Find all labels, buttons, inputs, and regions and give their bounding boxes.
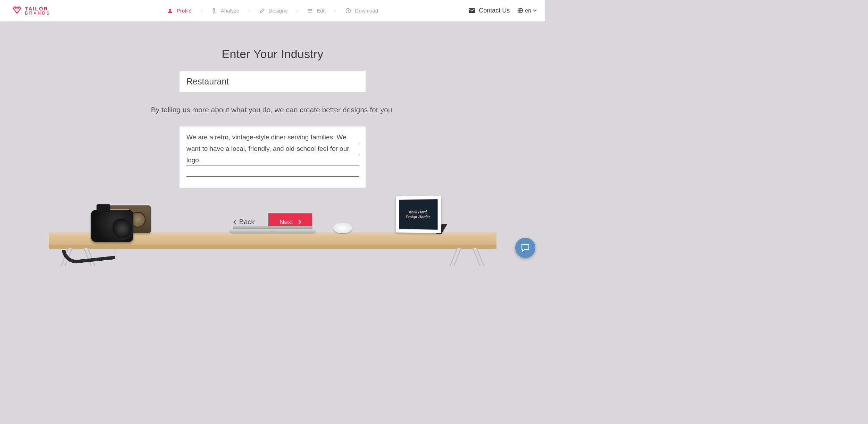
main-content: Enter Your Industry By telling us more a… [0,22,545,266]
back-label: Back [239,218,254,226]
picture-frame-prop: Work Hard. Design Harder. [396,196,441,233]
brand-name-line2: BRANDS [25,11,51,15]
header: TAILOR BRANDS Profile › Analyze › Design… [0,0,545,22]
next-label: Next [279,218,293,226]
pencil-icon [259,8,265,14]
step-label: Download [355,8,378,14]
contact-label: Contact Us [479,7,510,14]
download-icon [345,8,351,14]
nav-buttons: Back Next [233,213,312,230]
envelope-icon [468,8,475,14]
user-icon [167,8,173,14]
step-designs[interactable]: Designs [259,8,287,14]
step-label: Designs [269,8,287,14]
step-profile[interactable]: Profile [167,8,192,14]
chat-icon [520,243,530,253]
next-button[interactable]: Next [268,213,312,230]
language-code: en [525,8,531,14]
chevron-right-icon: › [248,8,250,13]
camera-prop [91,210,133,242]
step-download[interactable]: Download [345,8,378,14]
radio-prop [99,205,151,233]
step-label: Profile [177,8,192,14]
step-label: Edit [317,8,326,14]
language-selector[interactable]: en [517,8,537,14]
back-button[interactable]: Back [233,218,254,226]
svg-point-0 [169,9,171,11]
step-analyze[interactable]: Analyze [211,8,239,14]
step-edit[interactable]: Edit [307,8,326,14]
header-right: Contact Us en [468,7,537,14]
industry-input[interactable] [180,71,366,92]
help-chat-button[interactable] [515,238,535,258]
step-label: Analyze [221,8,239,14]
mouse-prop [333,223,352,233]
frame-text-line2: Design Harder. [406,214,431,220]
chevron-down-icon [533,9,537,12]
sliders-icon [307,8,313,14]
description-box [180,127,366,188]
globe-icon [517,8,523,14]
chevron-right-icon [298,219,301,225]
svg-point-3 [309,11,310,13]
heart-diamond-icon [12,6,22,16]
test-tube-icon [211,8,217,14]
progress-steps: Profile › Analyze › Designs › Edit › [167,8,378,14]
description-textarea[interactable] [186,131,359,184]
chevron-right-icon: › [335,8,336,13]
svg-point-1 [309,9,310,10]
frame-text-line1: Work Hard. [409,209,428,214]
chevron-left-icon [233,219,236,225]
chevron-right-icon: › [201,8,202,13]
chevron-right-icon: › [297,8,298,13]
brand-logo[interactable]: TAILOR BRANDS [12,6,51,16]
page-subtitle: By telling us more about what you do, we… [151,106,394,114]
svg-point-2 [311,10,312,11]
brand-name-line1: TAILOR [25,6,51,11]
contact-us-link[interactable]: Contact Us [468,7,510,14]
page-title: Enter Your Industry [222,47,324,61]
